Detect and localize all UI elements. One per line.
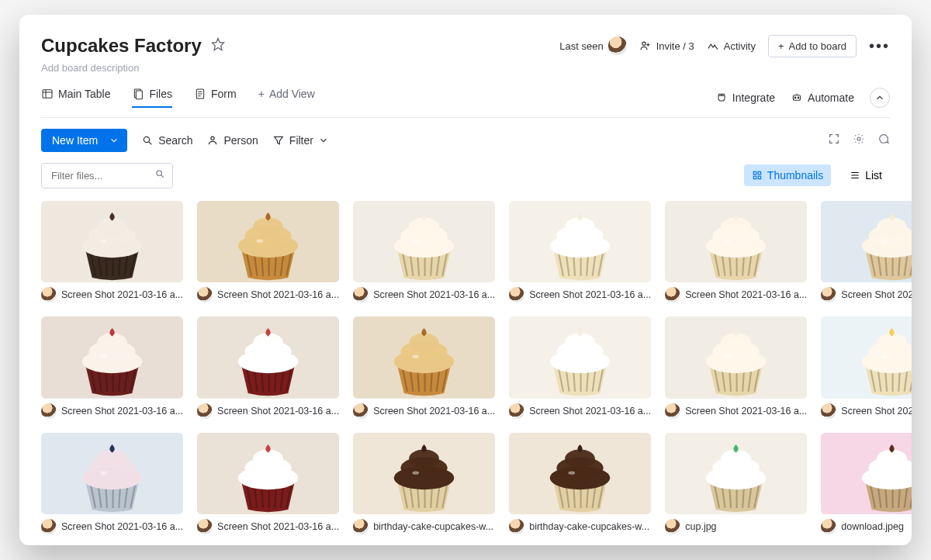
file-card[interactable]: Screen Shot 2021-03-16 a... <box>665 201 807 303</box>
svg-point-11 <box>857 137 860 140</box>
file-meta: Screen Shot 2021-03-16 a... <box>197 519 339 534</box>
svg-point-76 <box>725 239 732 242</box>
new-item-button[interactable]: New Item <box>41 129 127 152</box>
filter-button[interactable]: Filter <box>272 134 329 147</box>
view-thumbnails-button[interactable]: Thumbnails <box>744 164 831 186</box>
file-thumbnail <box>197 316 339 399</box>
file-card[interactable]: Screen Shot 2021-03-16 a... <box>509 316 651 419</box>
last-seen[interactable]: Last seen <box>559 36 626 55</box>
svg-point-40 <box>257 239 264 242</box>
activity-button[interactable]: Activity <box>707 40 756 52</box>
file-card[interactable]: download.jpeg <box>821 433 912 535</box>
svg-point-8 <box>798 97 799 99</box>
settings-button[interactable] <box>853 133 865 147</box>
file-card[interactable]: birthday-cake-cupcakes-w... <box>353 433 495 535</box>
owner-avatar <box>197 287 213 302</box>
collapse-button[interactable] <box>870 88 890 108</box>
file-thumbnail <box>41 201 183 283</box>
owner-avatar <box>821 519 836 534</box>
file-meta: Screen Shot 2021-03-16 a... <box>665 403 807 419</box>
file-name: Screen Shot 2021-03-16 a... <box>841 406 912 417</box>
tab-form[interactable]: Form <box>194 88 237 108</box>
filter-files-input[interactable] <box>41 163 173 188</box>
comments-button[interactable] <box>877 133 890 147</box>
search-icon <box>154 168 165 182</box>
file-card[interactable]: Screen Shot 2021-03-16 a... <box>41 433 183 535</box>
svg-point-9 <box>144 137 149 142</box>
svg-point-28 <box>100 239 107 242</box>
file-card[interactable]: Screen Shot 2021-03-16 a... <box>41 201 183 303</box>
person-label: Person <box>223 134 258 147</box>
file-thumbnail <box>353 433 495 515</box>
file-meta: Screen Shot 2021-03-16 a... <box>821 287 912 302</box>
file-meta: Screen Shot 2021-03-16 a... <box>821 403 912 419</box>
file-card[interactable]: Screen Shot 2021-03-16 a... <box>353 316 495 419</box>
file-thumbnail <box>665 316 807 399</box>
new-item-label: New Item <box>52 134 98 147</box>
file-card[interactable]: Screen Shot 2021-03-16 a... <box>821 201 912 303</box>
file-name: Screen Shot 2021-03-16 a... <box>61 406 183 417</box>
file-meta: birthday-cake-cupcakes-w... <box>353 519 495 534</box>
file-card[interactable]: cup.jpg <box>665 433 807 535</box>
svg-point-124 <box>413 355 420 358</box>
invite-button[interactable]: Invite / 3 <box>639 40 694 52</box>
favorite-star-button[interactable] <box>211 37 225 54</box>
view-switch: Thumbnails List <box>744 164 890 186</box>
filter-row: Thumbnails List <box>41 163 890 188</box>
file-card[interactable]: Screen Shot 2021-03-16 a... <box>821 316 912 419</box>
add-view-button[interactable]: + Add View <box>258 88 315 108</box>
svg-point-64 <box>569 239 576 242</box>
file-card[interactable]: Screen Shot 2021-03-16 a... <box>665 316 807 419</box>
filter-label: Filter <box>289 134 313 147</box>
file-name: Screen Shot 2021-03-16 a... <box>685 289 807 300</box>
owner-avatar <box>41 519 57 534</box>
plus-icon: + <box>258 88 265 100</box>
file-thumbnail <box>665 201 807 283</box>
thumbnails-label: Thumbnails <box>767 169 823 181</box>
file-card[interactable]: Screen Shot 2021-03-16 a... <box>353 201 495 303</box>
file-name: Screen Shot 2021-03-16 a... <box>61 521 183 532</box>
tab-form-label: Form <box>211 88 237 100</box>
integrate-label: Integrate <box>732 92 775 104</box>
file-card[interactable]: birthday-cake-cupcakes-w... <box>509 433 651 535</box>
divider <box>41 117 890 118</box>
file-meta: birthday-cake-cupcakes-w... <box>509 519 651 534</box>
svg-point-184 <box>257 471 264 474</box>
search-label: Search <box>158 134 192 147</box>
automate-button[interactable]: Automate <box>791 92 854 104</box>
add-to-board-button[interactable]: + Add to board <box>768 35 857 57</box>
file-thumbnail <box>41 433 183 515</box>
person-filter-button[interactable]: Person <box>206 134 258 147</box>
svg-point-232 <box>881 471 888 474</box>
owner-avatar <box>821 287 836 302</box>
file-card[interactable]: Screen Shot 2021-03-16 a... <box>509 201 651 303</box>
activity-label: Activity <box>724 40 756 52</box>
tab-main-table[interactable]: Main Table <box>41 88 110 108</box>
file-card[interactable]: Screen Shot 2021-03-16 a... <box>197 433 339 535</box>
owner-avatar <box>821 403 836 419</box>
owner-avatar <box>197 403 213 419</box>
file-meta: cup.jpg <box>665 519 807 534</box>
file-card[interactable]: Screen Shot 2021-03-16 a... <box>197 316 339 419</box>
view-list-button[interactable]: List <box>842 164 890 186</box>
board-description-input[interactable]: Add board description <box>41 62 890 74</box>
file-name: Screen Shot 2021-03-16 a... <box>373 289 495 300</box>
file-card[interactable]: Screen Shot 2021-03-16 a... <box>41 316 183 419</box>
fullscreen-button[interactable] <box>828 133 840 147</box>
last-seen-label: Last seen <box>559 40 603 52</box>
integrate-button[interactable]: Integrate <box>715 92 775 104</box>
board-header: Cupcakes Factory Last seen Invite / 3 Ac… <box>41 35 890 57</box>
search-button[interactable]: Search <box>141 134 192 147</box>
tab-main-table-label: Main Table <box>58 88 110 100</box>
file-meta: Screen Shot 2021-03-16 a... <box>353 287 495 302</box>
svg-marker-0 <box>212 39 223 50</box>
svg-point-112 <box>257 355 264 358</box>
file-card[interactable]: Screen Shot 2021-03-16 a... <box>197 201 339 303</box>
file-name: Screen Shot 2021-03-16 a... <box>217 521 339 532</box>
tab-files[interactable]: Files <box>132 88 172 108</box>
file-name: Screen Shot 2021-03-16 a... <box>529 406 651 417</box>
more-menu-button[interactable]: ••• <box>869 37 890 55</box>
file-thumbnail <box>665 433 807 515</box>
add-view-label: Add View <box>269 88 315 100</box>
owner-avatar <box>509 403 524 419</box>
